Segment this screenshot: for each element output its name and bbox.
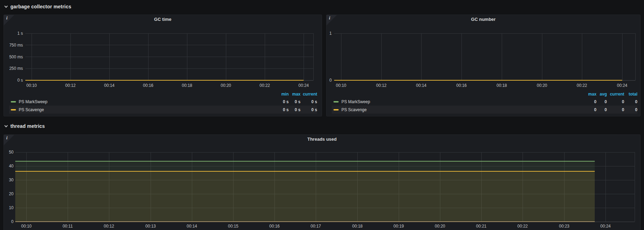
row-header-garbage-collector[interactable]: garbage collector metrics (0, 2, 71, 11)
legend-series-name[interactable]: PS MarkSweep (19, 99, 48, 104)
svg-text:00:24: 00:24 (617, 83, 627, 88)
svg-text:00:24: 00:24 (298, 83, 309, 88)
series-color-swatch[interactable] (333, 101, 339, 102)
legend-value: 0 (624, 98, 637, 106)
legend-header-current[interactable]: current (300, 91, 317, 98)
legend-value: 0 s (289, 106, 300, 114)
legend-value: 0 (607, 98, 624, 106)
svg-text:00:17: 00:17 (311, 224, 321, 229)
svg-text:00:14: 00:14 (416, 83, 426, 88)
svg-text:00:16: 00:16 (456, 83, 467, 88)
svg-text:00:14: 00:14 (104, 83, 115, 88)
svg-text:00:11: 00:11 (62, 224, 73, 229)
legend-value: 0 (607, 106, 624, 114)
svg-text:00:22: 00:22 (260, 83, 270, 88)
legend-header-min[interactable]: min (273, 91, 289, 98)
svg-text:00:13: 00:13 (145, 224, 156, 229)
series-color-swatch[interactable] (11, 101, 16, 102)
gc-time-legend: minmaxcurrentPS MarkSweep0 s0 s0 sPS Sca… (9, 91, 317, 114)
svg-text:00:18: 00:18 (497, 83, 507, 88)
legend-value: 0 s (300, 106, 317, 114)
svg-text:0: 0 (329, 78, 332, 83)
legend-series-name[interactable]: PS Scavenge (19, 107, 44, 112)
svg-text:00:24: 00:24 (600, 224, 611, 229)
svg-text:00:20: 00:20 (435, 224, 445, 229)
legend-value: 0 s (289, 98, 300, 106)
series-color-swatch[interactable] (333, 109, 339, 110)
svg-text:500 ms: 500 ms (9, 55, 23, 59)
svg-text:00:14: 00:14 (187, 224, 197, 229)
legend-row: PS Scavenge0 s0 s0 s (9, 106, 317, 114)
legend-value: 0 s (273, 98, 289, 106)
legend-value: 0 (583, 106, 596, 114)
chevron-down-icon (5, 124, 8, 127)
row-title: garbage collector metrics (10, 4, 71, 9)
row-header-thread-metrics[interactable]: thread metrics (0, 122, 45, 131)
svg-text:00:20: 00:20 (221, 83, 231, 88)
svg-text:00:10: 00:10 (336, 83, 346, 88)
legend-header-avg[interactable]: avg (596, 91, 607, 98)
svg-text:00:12: 00:12 (65, 83, 76, 88)
svg-text:00:12: 00:12 (376, 83, 387, 88)
svg-text:00:22: 00:22 (517, 224, 528, 229)
legend-row: PS Scavenge0000 (332, 106, 637, 114)
legend-row: PS MarkSweep0 s0 s0 s (9, 98, 317, 106)
svg-text:00:21: 00:21 (476, 224, 486, 229)
chevron-down-icon (5, 4, 8, 8)
legend-series-name[interactable]: PS MarkSweep (341, 99, 370, 104)
legend-header-max[interactable]: max (583, 91, 596, 98)
svg-text:00:16: 00:16 (269, 224, 280, 229)
svg-text:750 ms: 750 ms (9, 43, 23, 48)
legend-value: 0 (624, 106, 637, 114)
svg-text:30: 30 (9, 178, 14, 182)
svg-text:00:23: 00:23 (559, 224, 569, 229)
svg-text:1 s: 1 s (17, 31, 23, 36)
legend-value: 0 (596, 106, 607, 114)
legend-value: 0 s (273, 106, 289, 114)
legend-value: 0 (596, 98, 607, 106)
svg-text:00:10: 00:10 (21, 224, 32, 229)
legend-row: PS MarkSweep0000 (332, 98, 637, 106)
svg-text:00:20: 00:20 (537, 83, 547, 88)
threads-used-chart: 00:1000:1100:1200:1300:1400:1500:1600:17… (4, 135, 641, 230)
svg-text:00:10: 00:10 (26, 83, 37, 88)
svg-text:40: 40 (9, 164, 14, 169)
svg-text:0 s: 0 s (17, 78, 23, 83)
series-color-swatch[interactable] (11, 109, 16, 110)
dashboard: garbage collector metrics i GC time 00:1… (0, 0, 644, 230)
legend-header-total[interactable]: total (624, 91, 637, 98)
row-title: thread metrics (10, 123, 45, 129)
svg-text:00:18: 00:18 (352, 224, 363, 229)
svg-text:00:16: 00:16 (143, 83, 153, 88)
svg-text:00:18: 00:18 (182, 83, 192, 88)
legend-value: 0 s (300, 98, 317, 106)
svg-text:250 ms: 250 ms (9, 66, 23, 71)
panel-threads-used: i Threads used 00:1000:1100:1200:1300:14… (3, 134, 641, 230)
legend-header-current[interactable]: current (607, 91, 624, 98)
svg-text:0: 0 (11, 219, 14, 224)
svg-text:1: 1 (329, 31, 332, 36)
svg-text:00:19: 00:19 (393, 224, 404, 229)
svg-text:20: 20 (9, 191, 14, 196)
legend-series-name[interactable]: PS Scavenge (341, 107, 367, 112)
legend-header-max[interactable]: max (289, 91, 300, 98)
svg-text:00:12: 00:12 (104, 224, 114, 229)
gc-number-legend: maxavgcurrenttotalPS MarkSweep0000PS Sca… (332, 91, 637, 114)
svg-text:50: 50 (9, 150, 14, 155)
svg-text:00:15: 00:15 (228, 224, 238, 229)
panel-gc-time: i GC time 00:1000:1200:1400:1600:1800:20… (3, 15, 322, 116)
legend-value: 0 (583, 98, 596, 106)
panel-gc-number: i GC number 00:1000:1200:1400:1600:1800:… (326, 15, 641, 116)
svg-text:10: 10 (9, 205, 14, 210)
svg-text:00:22: 00:22 (577, 83, 587, 88)
